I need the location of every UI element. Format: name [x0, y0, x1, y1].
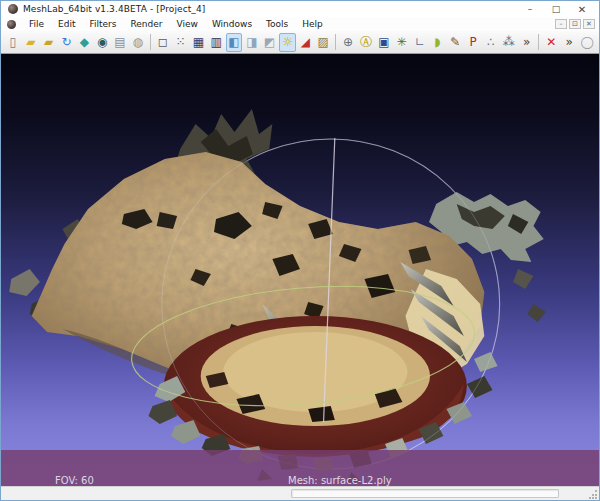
- close-button[interactable]: ✕: [569, 2, 595, 16]
- hud-mesh-info: Mesh: surface-L2.ply Vertices: 1349463 F…: [288, 453, 392, 486]
- mdi-close-button[interactable]: ✕: [583, 19, 595, 29]
- menu-bar: FileEditFiltersRenderViewWindowsToolsHel…: [1, 17, 599, 31]
- ssao-icon[interactable]: ✳: [393, 33, 410, 52]
- gl-viewport[interactable]: FOV: 60 FPS: 9.0 Mesh: surface-L2.ply Ve…: [1, 54, 599, 486]
- main-toolbar: ▯▰▰↻◆◉▤◍◻⁙▦▥◧◨◩☼◢▨⊕Ⓐ▣✳∟◗✎P∴⁂»✕»◯: [1, 31, 599, 54]
- toolbar-overflow-icon[interactable]: »: [518, 33, 535, 52]
- menu-tools[interactable]: Tools: [259, 18, 295, 30]
- maximize-button[interactable]: □: [543, 2, 569, 16]
- mesh-name: Mesh: surface-L2.ply: [288, 475, 392, 486]
- menu-filters[interactable]: Filters: [83, 18, 124, 30]
- reload-mesh-icon[interactable]: ↻: [58, 33, 75, 52]
- mdi-minimize-button[interactable]: –: [555, 19, 567, 29]
- new-project-icon[interactable]: ▯: [5, 33, 22, 52]
- meshlab-window: MeshLab_64bit v1.3.4BETA - [Project_4] –…: [0, 0, 600, 501]
- wireframe-render-icon[interactable]: ▦: [190, 33, 207, 52]
- toolbar-separator: [538, 34, 539, 50]
- web-help-icon[interactable]: ◍: [129, 33, 146, 52]
- minimize-button[interactable]: –: [517, 2, 543, 16]
- app-logo-icon: [8, 4, 18, 14]
- status-bar: [1, 486, 599, 500]
- menu-file[interactable]: File: [22, 18, 51, 30]
- toolbar-separator: [335, 34, 336, 50]
- mdi-restore-button[interactable]: ⊡: [569, 19, 581, 29]
- toolbar-overflow2-icon[interactable]: »: [561, 33, 578, 52]
- zpainting-icon[interactable]: P: [465, 33, 482, 52]
- light-toggle-icon[interactable]: ☼: [279, 33, 296, 52]
- window-title: MeshLab_64bit v1.3.4BETA - [Project_4]: [23, 4, 205, 14]
- fov-value: FOV: 60: [55, 475, 102, 486]
- align-glue-icon[interactable]: ⁂: [500, 33, 517, 52]
- title-bar: MeshLab_64bit v1.3.4BETA - [Project_4] –…: [1, 1, 599, 17]
- resize-grip[interactable]: [588, 489, 598, 499]
- snapshot-icon[interactable]: ◉: [94, 33, 111, 52]
- mdi-child-icon: [7, 20, 16, 29]
- menu-view[interactable]: View: [170, 18, 205, 30]
- import-mesh-icon[interactable]: ▰: [40, 33, 57, 52]
- search-filter-icon[interactable]: ◯: [579, 33, 596, 52]
- save-mesh-icon[interactable]: ◆: [76, 33, 93, 52]
- menu-windows[interactable]: Windows: [205, 18, 259, 30]
- toolbar-separator: [150, 34, 151, 50]
- hud-camera-info: FOV: 60 FPS: 9.0: [55, 453, 102, 486]
- smooth-render-icon[interactable]: ◩: [261, 33, 278, 52]
- flat-render-icon[interactable]: ◨: [243, 33, 260, 52]
- trackball-icon[interactable]: ⊕: [340, 33, 357, 52]
- paint-brush-icon[interactable]: ✎: [447, 33, 464, 52]
- show-layers-icon[interactable]: ▤: [112, 33, 129, 52]
- hidden-lines-render-icon[interactable]: ▥: [208, 33, 225, 52]
- menu-edit[interactable]: Edit: [51, 18, 82, 30]
- points-render-icon[interactable]: ⁙: [172, 33, 189, 52]
- align-tool-icon[interactable]: ∴: [482, 33, 499, 52]
- shadow-mapping-icon[interactable]: ▣: [375, 33, 392, 52]
- texture-render-icon[interactable]: ▨: [315, 33, 332, 52]
- bbox-render-icon[interactable]: ◻: [154, 33, 171, 52]
- point-picker-icon[interactable]: ◗: [429, 33, 446, 52]
- progress-bar: [291, 489, 559, 498]
- hud-overlay: FOV: 60 FPS: 9.0 Mesh: surface-L2.ply Ve…: [1, 450, 599, 486]
- backface-render-icon[interactable]: ◢: [297, 33, 314, 52]
- menu-render[interactable]: Render: [123, 18, 169, 30]
- mesh-render: [1, 54, 599, 486]
- menu-help[interactable]: Help: [295, 18, 330, 30]
- measure-tool-icon[interactable]: ∟: [411, 33, 428, 52]
- ambient-occlusion-icon[interactable]: Ⓐ: [358, 33, 375, 52]
- flat-lines-render-icon[interactable]: ◧: [226, 33, 243, 52]
- open-project-icon[interactable]: ▰: [22, 33, 39, 52]
- delete-mesh-icon[interactable]: ✕: [543, 33, 560, 52]
